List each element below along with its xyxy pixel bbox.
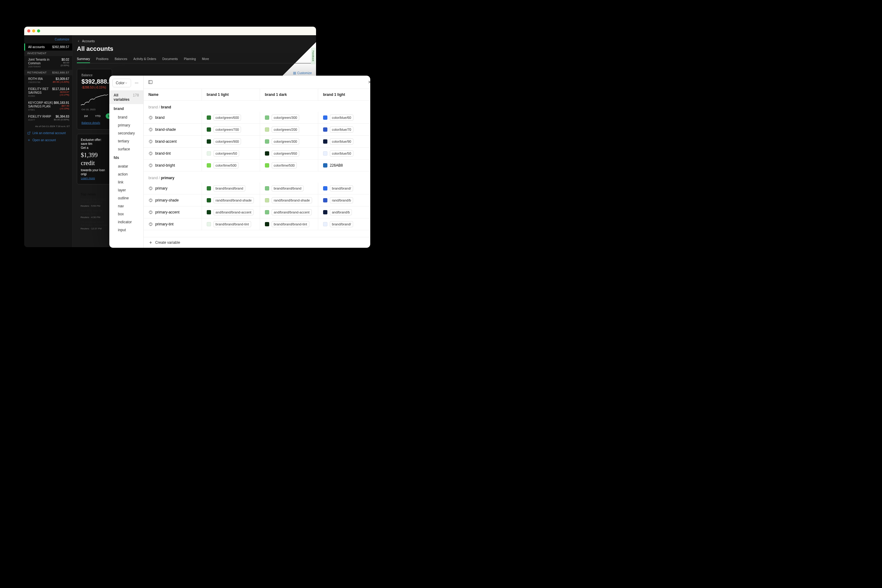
main-customize-link[interactable]: Customize (293, 71, 312, 75)
tab-documents[interactable]: Documents (162, 56, 178, 63)
sidebar-item-all-accounts[interactable]: All accounts $392,888.57 (24, 44, 72, 51)
tab-planning[interactable]: Planning (184, 56, 196, 63)
variable-value-cell[interactable]: brand/brand/ (318, 183, 370, 194)
group-item[interactable]: indicator (110, 218, 143, 226)
variable-value-cell[interactable]: color/green/900 (202, 136, 260, 147)
variable-name-cell[interactable]: primary-shade (144, 195, 202, 206)
variable-name-cell[interactable]: brand-accent (144, 136, 202, 147)
variable-value-cell[interactable]: color/blue/70 (318, 124, 370, 135)
balance-date: Oct 10, 2023 (81, 108, 108, 111)
variable-value-cell[interactable]: color/blue/60 (318, 112, 370, 123)
traffic-light-zoom[interactable] (37, 29, 40, 33)
news-headline[interactable]: S&P 500, Dow hit records, boo (81, 209, 108, 215)
variable-value-cell[interactable]: 226AB8 (318, 159, 370, 171)
group-item[interactable]: secondary (110, 129, 143, 137)
offer-card: Exclusive offer: save tim Get a $1,399 c… (77, 134, 112, 184)
palette-icon (148, 151, 153, 156)
balance-details-link[interactable]: Balance details (81, 121, 100, 124)
offer-learn-more[interactable]: Learn more (81, 177, 95, 180)
external-link-icon (27, 131, 31, 135)
range-1m[interactable]: 1M (81, 113, 90, 119)
group-item[interactable]: input (110, 226, 143, 234)
group-all-variables[interactable]: All variables 178 (110, 91, 143, 104)
sidebar-toggle-button[interactable] (147, 78, 154, 86)
sidebar-account[interactable]: Joint Tenants in CommonZ05759649 $0.02$0… (24, 56, 72, 70)
variable-name-cell[interactable]: brand-shade (144, 124, 202, 135)
variable-name-cell[interactable]: brand (144, 112, 202, 123)
sidebar-account[interactable]: ROTH IRA236353786$3,009.67-$5.96 (-0.20%… (24, 75, 72, 86)
variable-value-cell[interactable]: brand/brand/brand (260, 183, 318, 194)
variable-value-cell[interactable]: rand/brand/brand-shade (260, 195, 318, 206)
variable-value-cell[interactable]: color/green/300 (260, 136, 318, 147)
palette-icon (148, 210, 153, 214)
sidebar-account[interactable]: FIDELITY RHRP81977$6,384.83$0.00 (0.00%) (24, 113, 72, 123)
col-mode[interactable]: brand 1 light (202, 89, 260, 100)
variable-value-cell[interactable]: color/blue/90 (318, 136, 370, 147)
col-mode[interactable]: brand 1 dark (260, 89, 318, 100)
collection-select[interactable]: Color (112, 79, 131, 87)
variable-name-cell[interactable]: primary (144, 183, 202, 194)
variable-value-cell[interactable]: color/green/700 (202, 124, 260, 135)
traffic-light-minimize[interactable] (32, 29, 35, 33)
open-account[interactable]: Open an account (24, 136, 72, 144)
news-headline[interactable]: US producer prices flat; higher Septembe… (81, 220, 108, 226)
variable-value-cell[interactable]: and/brand/brand-accent (202, 206, 260, 218)
variable-value-cell[interactable]: color/lime/500 (260, 159, 318, 171)
figma-variables-panel: Color All variables 178 brand brand prim… (110, 76, 370, 248)
variable-value-cell[interactable]: color/green/300 (260, 112, 318, 123)
group-item[interactable]: link (110, 178, 143, 186)
tab-positions[interactable]: Positions (96, 56, 109, 63)
balance-label: Balance (81, 74, 108, 77)
group-item[interactable]: box (110, 210, 143, 218)
group-item[interactable]: avatar (110, 162, 143, 170)
svg-point-48 (150, 223, 151, 224)
sidebar-account[interactable]: KEYCORP 401(K) SAVINGS PLAN87861$66,183.… (24, 99, 72, 113)
col-mode[interactable]: brand 1 light (318, 89, 370, 100)
variable-value-cell[interactable]: color/blue/50 (318, 148, 370, 159)
variable-value-cell[interactable]: rand/brand/b (318, 195, 370, 206)
variable-name-cell[interactable]: brand-tint (144, 148, 202, 159)
variable-value-cell[interactable]: color/green/200 (260, 124, 318, 135)
svg-point-36 (150, 188, 151, 188)
create-variable-button[interactable]: Create variable (144, 237, 370, 248)
close-button[interactable] (366, 78, 370, 86)
news-headline[interactable]: Boeing to cut 17,000 jobs and finances (81, 198, 108, 204)
variable-value-cell[interactable]: brand/brand/brand (202, 183, 260, 194)
traffic-light-close[interactable] (27, 29, 30, 33)
variable-value-cell[interactable]: and/brand/brand-accent (260, 206, 318, 218)
tab-activity[interactable]: Activity & Orders (134, 56, 156, 63)
group-item[interactable]: primary (110, 121, 143, 129)
group-item[interactable]: nav (110, 202, 143, 210)
variable-value-cell[interactable]: brand/brand/ (318, 218, 370, 230)
group-item[interactable]: layer (110, 186, 143, 194)
group-item[interactable]: outline (110, 194, 143, 202)
breadcrumb[interactable]: Accounts (77, 35, 312, 45)
group-item[interactable]: action (110, 170, 143, 178)
variable-name-cell[interactable]: brand-bright (144, 159, 202, 171)
variable-value-cell[interactable]: rand/brand/brand-shade (202, 195, 260, 206)
variable-name-cell[interactable]: primary-accent (144, 206, 202, 218)
variable-value-cell[interactable]: color/green/50 (202, 148, 260, 159)
main-tabs: Summary Positions Balances Activity & Or… (77, 56, 312, 63)
group-brand[interactable]: brand (110, 104, 143, 113)
range-ytd[interactable]: YTD (93, 113, 103, 119)
feedback-tab[interactable]: Feedback (311, 48, 315, 64)
variable-name-cell[interactable]: primary-tint (144, 218, 202, 230)
variable-value-cell[interactable]: color/lime/500 (202, 159, 260, 171)
variable-value-cell[interactable]: and/brand/b (318, 206, 370, 218)
group-item[interactable]: surface (110, 145, 143, 153)
group-fds[interactable]: fds (110, 153, 143, 162)
sidebar-customize-link[interactable]: Customize (24, 35, 72, 44)
group-item[interactable]: tertiary (110, 137, 143, 145)
variable-value-cell[interactable]: brand/brand/brand-tint (260, 218, 318, 230)
tab-balances[interactable]: Balances (114, 56, 127, 63)
sidebar-account[interactable]: FIDELITY RET SAVINGS81960$117,310.14-$19… (24, 86, 72, 99)
link-external-account[interactable]: Link an external account (24, 129, 72, 136)
group-item[interactable]: brand (110, 113, 143, 121)
tab-summary[interactable]: Summary (77, 56, 90, 63)
variable-value-cell[interactable]: brand/brand/brand-tint (202, 218, 260, 230)
tab-more[interactable]: More (202, 56, 209, 63)
variable-value-cell[interactable]: color/green/600 (202, 112, 260, 123)
more-options-button[interactable] (133, 80, 140, 87)
variable-value-cell[interactable]: color/green/950 (260, 148, 318, 159)
